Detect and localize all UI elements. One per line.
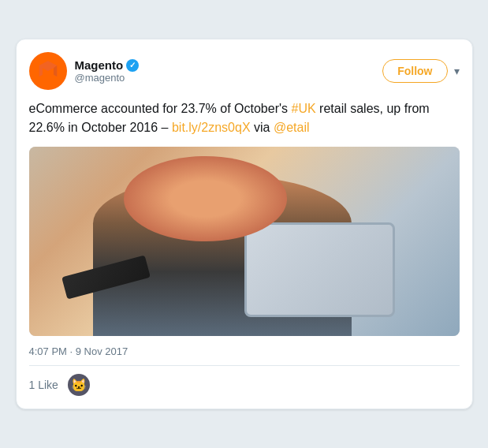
username[interactable]: @magento — [75, 72, 140, 84]
account-info: Magento ✓ @magento — [75, 58, 140, 84]
display-name: Magento ✓ — [75, 58, 140, 72]
like-label: Like — [38, 379, 58, 391]
follow-button[interactable]: Follow — [382, 59, 447, 83]
mention-etail[interactable]: @etail — [274, 121, 310, 134]
verified-icon: ✓ — [126, 59, 139, 72]
tablet-shape — [244, 222, 395, 317]
tweet-text-before: eCommerce accounted for 23.7% of October… — [29, 102, 292, 115]
chevron-down-icon[interactable]: ▾ — [454, 65, 460, 77]
tweet-body: eCommerce accounted for 23.7% of October… — [29, 99, 460, 137]
tweet-timestamp: 4:07 PM · 9 Nov 2017 — [29, 345, 460, 357]
like-count: 1 Like — [29, 379, 58, 391]
tweet-header-left: Magento ✓ @magento — [29, 52, 140, 90]
like-number: 1 — [29, 379, 35, 391]
avatar[interactable] — [29, 52, 67, 90]
tweet-image[interactable] — [29, 147, 460, 336]
display-name-text[interactable]: Magento — [75, 58, 124, 72]
tweet-card: Magento ✓ @magento Follow ▾ eCommerce ac… — [16, 39, 473, 409]
tweet-footer: 1 Like 🐱 — [29, 365, 460, 396]
liker-avatar[interactable]: 🐱 — [68, 374, 90, 396]
tweet-image-inner — [29, 147, 460, 336]
credit-card-shape — [61, 256, 151, 300]
tweet-header-right: Follow ▾ — [382, 59, 459, 83]
tweet-link[interactable]: bit.ly/2zns0qX — [172, 121, 251, 134]
tweet-header: Magento ✓ @magento Follow ▾ — [29, 52, 460, 90]
hashtag-uk[interactable]: #UK — [292, 102, 316, 115]
tweet-text-via: via — [251, 121, 274, 134]
